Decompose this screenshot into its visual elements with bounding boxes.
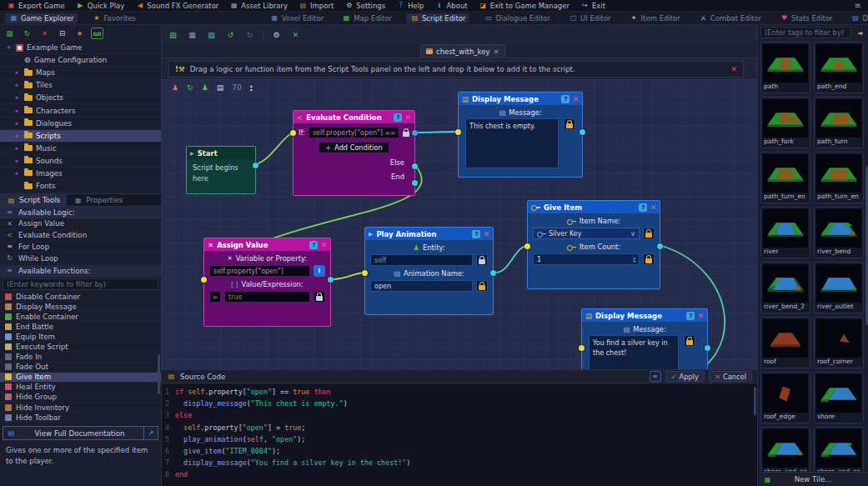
tile-shore[interactable]: shore xyxy=(814,372,864,423)
open-script-icon[interactable]: ▦ xyxy=(186,28,198,41)
tab-voxel-editor[interactable]: ▦Voxel Editor xyxy=(266,13,328,23)
entity-input[interactable]: self xyxy=(370,254,473,266)
end-port[interactable] xyxy=(412,180,418,186)
help-icon[interactable]: ? xyxy=(394,113,402,122)
favorite-icon[interactable]: ★ xyxy=(73,28,86,39)
function-fade-out[interactable]: Fade Out xyxy=(0,363,161,373)
spinner-icon[interactable]: ▴▾ xyxy=(633,256,635,263)
entity-green-icon[interactable]: ♟ xyxy=(202,83,208,92)
redo-icon[interactable]: ↻ xyxy=(243,28,256,41)
function-hide-toolbar[interactable]: Hide Toolbar xyxy=(0,413,161,423)
logic-evaluate-condition[interactable]: <Evaluate Condition xyxy=(0,230,161,242)
input-port[interactable] xyxy=(524,243,530,249)
menu-exit[interactable]: ↪Exit xyxy=(580,2,605,10)
help-icon[interactable]: ? xyxy=(472,230,480,238)
item-count-input[interactable]: 1▴▾ xyxy=(533,253,640,265)
tree-item-music[interactable]: ▸Music xyxy=(0,143,161,155)
tile-path_turn[interactable]: path_turn xyxy=(814,97,864,148)
node-header[interactable]: ▤Display Message ?✕ xyxy=(459,93,582,105)
close-hint-icon[interactable]: ✕ xyxy=(730,65,737,73)
help-icon[interactable]: ? xyxy=(639,203,647,212)
new-tile-button[interactable]: ▦New Tile... xyxy=(758,472,868,486)
node-header[interactable]: <Evaluate Condition ?✕ xyxy=(294,111,414,123)
lock-button[interactable] xyxy=(564,118,575,130)
message-textarea[interactable]: You find a silver key in the chest! xyxy=(589,335,679,369)
sync-icon[interactable]: ↻ xyxy=(187,83,193,92)
function-heal-entity[interactable]: Heal Entity xyxy=(0,383,161,393)
tile-path_end[interactable]: path_end xyxy=(814,42,864,93)
tile-shore_and_co[interactable]: shore_and_co xyxy=(814,427,864,471)
function-give-item[interactable]: Give Item xyxy=(0,373,161,383)
entity-marker-icon[interactable]: ♟ xyxy=(172,83,178,92)
function-list-scrollbar[interactable] xyxy=(158,354,160,394)
lock-button[interactable] xyxy=(476,254,488,266)
close-node-icon[interactable]: ✕ xyxy=(697,312,704,320)
tab-properties[interactable]: ▦Properties xyxy=(67,194,129,206)
tag-icon[interactable]: ◄ xyxy=(854,27,865,38)
message-textarea[interactable]: This chest is empty. xyxy=(465,118,559,168)
undo-icon[interactable]: ↺ xyxy=(224,28,237,41)
output-port[interactable] xyxy=(490,270,496,276)
info-button[interactable]: i xyxy=(314,265,325,277)
save-script-icon[interactable]: ▧ xyxy=(205,28,218,41)
menu-settings[interactable]: ⚙Settings xyxy=(344,2,385,10)
tree-item-dialogues[interactable]: ▸Dialogues xyxy=(0,118,161,130)
tab-combat-editor[interactable]: ⚔Combat Editor xyxy=(695,13,765,23)
view-documentation-button[interactable]: ▤ View Full Documentation ↗ xyxy=(3,426,158,440)
input-port[interactable] xyxy=(201,277,207,283)
item-name-dropdown[interactable]: Silver Key∨ xyxy=(533,228,640,239)
expand-arrow[interactable]: ▸ xyxy=(13,108,21,114)
tab-documentation[interactable]: ▤Documentation xyxy=(847,13,868,23)
tree-item-example-game[interactable]: ▾Example Game xyxy=(0,42,161,54)
tile-river_bend_2[interactable]: river_bend_2 xyxy=(760,262,810,313)
node-play-animation[interactable]: ▶Play Animation ?✕ ♟Entity: self ▤Animat… xyxy=(364,227,494,315)
lock-button[interactable] xyxy=(314,291,325,303)
apply-button[interactable]: ✓Apply xyxy=(665,371,705,382)
close-node-icon[interactable]: ✕ xyxy=(572,95,579,103)
menu-help[interactable]: ?Help xyxy=(396,2,424,10)
output-port[interactable] xyxy=(328,277,334,283)
menu-exit-to-game-manager[interactable]: ◪Exit to Game Manager xyxy=(479,2,569,10)
close-node-icon[interactable]: ✕ xyxy=(483,230,489,238)
menu-about[interactable]: ℹAbout xyxy=(435,2,468,10)
function-disable-container[interactable]: Disable Container xyxy=(0,292,161,302)
tab-map-editor[interactable]: ▦Map Editor xyxy=(338,13,396,23)
tab-ui-editor[interactable]: ▢UI Editor xyxy=(564,13,615,23)
tile-river[interactable]: river xyxy=(760,207,810,258)
expand-arrow[interactable]: ▸ xyxy=(13,133,21,139)
equals-button[interactable]: = xyxy=(209,291,221,303)
tree-item-scripts[interactable]: ▸Scripts xyxy=(0,130,161,143)
node-header[interactable]: ✕Assign Value ?✕ xyxy=(204,238,330,251)
node-assign-value[interactable]: ✕Assign Value ?✕ ✕Variable or Property: … xyxy=(203,238,331,327)
node-header[interactable]: ▤Display Message ?✕ xyxy=(582,309,707,322)
help-icon[interactable]: ? xyxy=(309,241,318,249)
delete-icon[interactable]: ✕ xyxy=(38,28,51,39)
logic-for-loop[interactable]: ≡For Loop xyxy=(0,242,161,253)
close-node-icon[interactable]: ✕ xyxy=(320,241,327,249)
collapse-icon[interactable]: ⊟ xyxy=(56,28,68,39)
function-display-message[interactable]: Display Message xyxy=(0,302,161,312)
add-file-icon[interactable]: ▨ xyxy=(3,28,16,39)
expand-arrow[interactable]: ▾ xyxy=(5,44,13,51)
lock-icon[interactable] xyxy=(403,132,409,137)
tile-path_turn_en[interactable]: path_turn_en xyxy=(760,152,810,203)
script-settings-icon[interactable]: ⚙ xyxy=(270,28,283,41)
open-docs-icon[interactable]: ↗ xyxy=(143,427,158,439)
output-port[interactable] xyxy=(657,243,663,249)
tag-filter-input[interactable]: (Enter tags to filter by) xyxy=(760,27,851,38)
tab-script-editor[interactable]: ▤Script Editor xyxy=(406,13,470,23)
help-icon[interactable]: ? xyxy=(686,312,695,320)
close-node-icon[interactable]: ✕ xyxy=(404,113,411,122)
node-display-message-2[interactable]: ▤Display Message ?✕ ▤Message: You find a… xyxy=(581,308,708,369)
node-start-header[interactable]: ▶Start xyxy=(187,147,255,159)
menu-quick-play[interactable]: ▶Quick Play xyxy=(76,2,124,10)
expand-arrow[interactable]: ▸ xyxy=(13,82,21,88)
tree-item-objects[interactable]: ▸Objects xyxy=(0,92,161,104)
tile-roof_edge[interactable]: roof_edge xyxy=(760,372,810,423)
output-port[interactable] xyxy=(412,130,418,136)
tab-favorites[interactable]: ★Favorites xyxy=(88,13,139,23)
function-enable-container[interactable]: Enable Container xyxy=(0,312,161,322)
expand-arrow[interactable]: ▸ xyxy=(13,170,21,177)
function-hide-group[interactable]: Hide Group xyxy=(0,393,161,403)
export-script-icon[interactable]: ✕ xyxy=(289,28,302,41)
